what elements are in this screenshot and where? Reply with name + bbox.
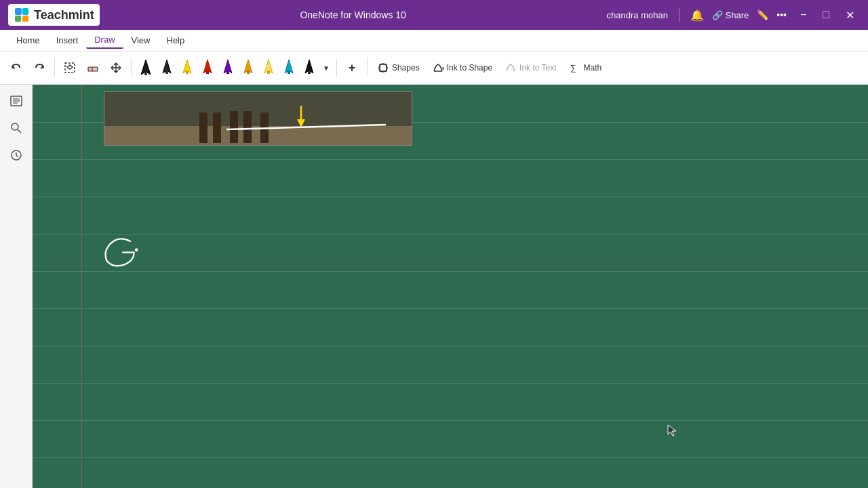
maximize-button[interactable]: □ (817, 6, 835, 24)
pen-cyan[interactable] (279, 57, 298, 79)
sep1 (54, 58, 55, 77)
svg-rect-10 (144, 72, 147, 75)
menubar: Home Insert Draw View Help (0, 30, 868, 52)
h-line (33, 458, 868, 458)
margin-line (81, 85, 82, 488)
titlebar-separator (679, 8, 679, 22)
redo-button[interactable] (28, 57, 50, 79)
titlebar-left: Teachmint (8, 4, 100, 26)
svg-rect-20 (247, 70, 250, 74)
sep4 (367, 58, 368, 77)
ribbon: Home Insert Draw View Help (0, 30, 868, 85)
embedded-image (104, 92, 412, 146)
svg-point-27 (379, 64, 387, 72)
username: chandra mohan (607, 10, 668, 20)
svg-rect-43 (243, 111, 252, 143)
close-button[interactable]: ✕ (840, 6, 860, 24)
svg-rect-28 (380, 64, 387, 71)
highlighter-orange[interactable] (239, 57, 258, 79)
menu-insert[interactable]: Insert (48, 33, 87, 48)
svg-point-48 (135, 248, 138, 251)
svg-rect-2 (15, 16, 21, 22)
h-line (33, 234, 868, 235)
svg-text:∑: ∑ (570, 63, 576, 73)
svg-rect-40 (199, 113, 208, 143)
menu-home[interactable]: Home (8, 33, 48, 48)
toolbar: ▼ + Shapes Ink to Shape T (0, 52, 868, 84)
svg-rect-12 (165, 70, 168, 74)
ink-to-text-label: Ink to Text (519, 63, 556, 73)
svg-rect-16 (206, 70, 209, 74)
svg-rect-24 (288, 70, 290, 74)
highlighter-yellow[interactable] (178, 57, 197, 79)
h-line (33, 383, 868, 384)
math-button[interactable]: ∑ Math (564, 59, 608, 77)
sidebar-search-button[interactable] (5, 117, 27, 139)
highlighter-red[interactable] (198, 57, 217, 79)
draw-icon[interactable]: ✏️ (757, 9, 768, 20)
svg-rect-41 (213, 113, 221, 143)
h-line (33, 346, 868, 346)
svg-rect-18 (226, 70, 229, 74)
menu-help[interactable]: Help (159, 33, 193, 48)
lasso-select-button[interactable] (59, 57, 81, 79)
svg-point-35 (12, 123, 18, 130)
pen-black-thick[interactable] (136, 57, 156, 79)
add-pen-button[interactable]: + (341, 57, 363, 79)
move-button[interactable] (105, 57, 127, 79)
window-controls: − □ ✕ (795, 6, 860, 24)
ink-to-shape-button[interactable]: Ink to Shape (427, 59, 498, 77)
svg-rect-3 (22, 16, 28, 22)
sep3 (336, 58, 337, 77)
highlighter-yellow2[interactable] (259, 57, 278, 79)
sep2 (131, 58, 132, 77)
ink-to-text-icon: T (505, 62, 517, 74)
main-canvas[interactable] (33, 85, 868, 488)
ink-to-text-button[interactable]: T Ink to Text (499, 59, 561, 77)
sidebar (0, 85, 33, 488)
pen-black2[interactable] (300, 57, 319, 79)
notifications-icon[interactable]: 🔔 (690, 9, 704, 22)
menu-view[interactable]: View (123, 33, 159, 48)
ink-to-shape-label: Ink to Shape (447, 63, 492, 73)
app-name: Teachmint (34, 8, 94, 22)
window-title: OneNote for Windows 10 (300, 9, 406, 20)
pen-options-dropdown[interactable]: ▼ (320, 57, 332, 79)
svg-rect-1 (22, 8, 28, 15)
ink-to-shape-icon (432, 62, 444, 74)
image-content (104, 92, 412, 146)
eraser-button[interactable] (82, 57, 104, 79)
shapes-icon (377, 62, 389, 74)
math-icon: ∑ (569, 62, 581, 74)
h-line (33, 197, 868, 197)
svg-line-36 (18, 129, 21, 133)
app-logo: Teachmint (8, 4, 100, 26)
h-line (33, 159, 868, 160)
svg-rect-42 (230, 111, 238, 143)
shapes-button[interactable]: Shapes (372, 59, 425, 77)
svg-rect-22 (267, 70, 270, 74)
share-label[interactable]: 🔗 Share (712, 10, 749, 20)
svg-text:T: T (512, 68, 515, 73)
h-line (33, 271, 868, 272)
teachmint-logo-icon (14, 7, 30, 23)
titlebar: Teachmint OneNote for Windows 10 chandra… (0, 0, 868, 30)
titlebar-right: chandra mohan 🔔 🔗 Share ✏️ ••• − □ ✕ (607, 6, 860, 24)
svg-rect-7 (88, 67, 98, 71)
h-line (33, 308, 868, 309)
highlighter-purple[interactable] (218, 57, 237, 79)
svg-rect-14 (186, 70, 189, 74)
sidebar-pages-button[interactable] (5, 90, 27, 112)
shapes-label: Shapes (392, 63, 420, 73)
math-label: Math (584, 63, 602, 73)
undo-button[interactable] (5, 57, 27, 79)
h-line (33, 420, 868, 421)
sidebar-recent-button[interactable] (5, 144, 27, 166)
minimize-button[interactable]: − (795, 6, 812, 24)
svg-rect-26 (308, 70, 311, 74)
canvas-area (0, 85, 868, 488)
handwritten-annotation (100, 234, 141, 270)
pen-black[interactable] (157, 57, 176, 79)
more-icon[interactable]: ••• (776, 9, 787, 20)
menu-draw[interactable]: Draw (86, 32, 123, 49)
